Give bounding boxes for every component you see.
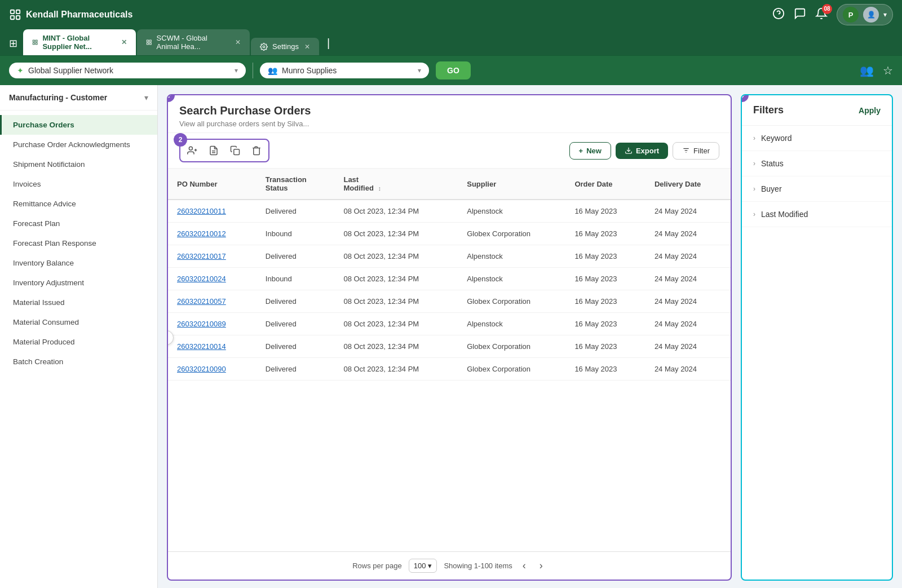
po-link[interactable]: 260320210024 bbox=[177, 275, 226, 283]
help-icon[interactable] bbox=[772, 7, 785, 23]
sidebar-item-forecast-plan-response[interactable]: Forecast Plan Response bbox=[0, 233, 157, 253]
new-button[interactable]: + New bbox=[569, 142, 611, 160]
col-order-date[interactable]: Order Date bbox=[565, 169, 645, 200]
table-row[interactable]: 260320210011 Delivered 08 Oct 2023, 12:3… bbox=[168, 200, 731, 223]
cell-modified: 08 Oct 2023, 12:34 PM bbox=[334, 200, 458, 223]
po-link[interactable]: 260320210089 bbox=[177, 320, 226, 328]
go-button[interactable]: GO bbox=[436, 61, 471, 79]
col-po-number[interactable]: PO Number bbox=[168, 169, 257, 200]
document-icon-button[interactable] bbox=[204, 142, 223, 159]
tab-settings[interactable]: Settings ✕ bbox=[251, 38, 319, 55]
tab-add-button[interactable]: | bbox=[320, 32, 337, 55]
po-link[interactable]: 260320210017 bbox=[177, 252, 226, 260]
filter-item-status[interactable]: › Status bbox=[742, 151, 892, 176]
sidebar-item-remittance-advice[interactable]: Remittance Advice bbox=[0, 194, 157, 214]
col-supplier[interactable]: Supplier bbox=[458, 169, 565, 200]
table-row[interactable]: 260320210024 Inbound 08 Oct 2023, 12:34 … bbox=[168, 268, 731, 290]
top-bar: Kendall Pharmaceuticals 08 P 👤 ▾ bbox=[0, 0, 902, 29]
po-link[interactable]: 260320210057 bbox=[177, 297, 226, 306]
po-link[interactable]: 260320210014 bbox=[177, 342, 226, 351]
add-user-button[interactable] bbox=[183, 142, 202, 159]
cell-po-number[interactable]: 260320210012 bbox=[168, 223, 257, 245]
favorites-icon[interactable]: ☆ bbox=[883, 64, 893, 77]
showing-text: Showing 1-100 items bbox=[444, 562, 512, 570]
cell-order-date: 16 May 2023 bbox=[565, 200, 645, 223]
cell-order-date: 16 May 2023 bbox=[565, 223, 645, 245]
tab-settings-close[interactable]: ✕ bbox=[304, 43, 310, 51]
cell-order-date: 16 May 2023 bbox=[565, 245, 645, 268]
table-row[interactable]: 260320210057 Delivered 08 Oct 2023, 12:3… bbox=[168, 290, 731, 313]
table-row[interactable]: 260320210090 Delivered 08 Oct 2023, 12:3… bbox=[168, 358, 731, 381]
copy-button[interactable] bbox=[226, 142, 245, 159]
sidebar-item-purchase-orders-label: Purchase Orders bbox=[13, 121, 74, 129]
next-page-button[interactable]: › bbox=[536, 559, 546, 573]
sidebar-item-invoices[interactable]: Invoices bbox=[0, 174, 157, 194]
tab-mint[interactable]: MINT - Global Supplier Net... ✕ bbox=[23, 29, 136, 55]
people-icon[interactable]: 👥 bbox=[860, 64, 874, 77]
svg-rect-7 bbox=[36, 40, 37, 42]
sidebar-item-shipment-notification[interactable]: Shipment Notifictaion bbox=[0, 154, 157, 174]
col-last-modified[interactable]: LastModified ↕ bbox=[334, 169, 458, 200]
tab-mint-close[interactable]: ✕ bbox=[121, 38, 127, 46]
cell-po-number[interactable]: 260320210024 bbox=[168, 268, 257, 290]
filter-item-last-modified[interactable]: › Last Modified bbox=[742, 202, 892, 227]
table-row[interactable]: 260320210089 Delivered 08 Oct 2023, 12:3… bbox=[168, 313, 731, 335]
tab-scwm-close[interactable]: ✕ bbox=[235, 38, 241, 46]
sidebar-item-material-produced[interactable]: Material Produced bbox=[0, 332, 157, 352]
app-logo: Kendall Pharmaceuticals bbox=[9, 8, 132, 21]
sidebar-item-material-issued[interactable]: Material Issued bbox=[0, 293, 157, 312]
po-link[interactable]: 260320210090 bbox=[177, 365, 226, 373]
filter-button[interactable]: Filter bbox=[673, 142, 719, 160]
cell-delivery-date: 24 May 2024 bbox=[645, 268, 731, 290]
svg-point-15 bbox=[189, 147, 192, 150]
po-link[interactable]: 260320210012 bbox=[177, 229, 226, 238]
network-search-value: Global Supplier Network bbox=[28, 66, 230, 75]
cell-status: Delivered bbox=[257, 200, 335, 223]
user-menu[interactable]: P 👤 ▾ bbox=[837, 4, 893, 25]
prev-page-button[interactable]: ‹ bbox=[519, 559, 529, 573]
cell-modified: 08 Oct 2023, 12:34 PM bbox=[334, 290, 458, 313]
notification-badge: 08 bbox=[822, 4, 832, 14]
sidebar-item-batch-creation[interactable]: Batch Creation bbox=[0, 352, 157, 372]
sidebar-group-chevron[interactable]: ▾ bbox=[144, 93, 148, 102]
rows-per-page-chevron: ▾ bbox=[428, 562, 432, 570]
cell-po-number[interactable]: 260320210011 bbox=[168, 200, 257, 223]
svg-rect-11 bbox=[149, 40, 151, 42]
table-row[interactable]: 260320210012 Inbound 08 Oct 2023, 12:34 … bbox=[168, 223, 731, 245]
new-button-label: New bbox=[586, 147, 602, 155]
user-menu-chevron: ▾ bbox=[883, 11, 887, 19]
network-search-field[interactable]: ✦ Global Supplier Network ▾ bbox=[9, 63, 246, 78]
search-divider bbox=[253, 63, 253, 78]
delete-button[interactable] bbox=[247, 142, 266, 159]
notification-icon[interactable]: 08 bbox=[815, 7, 828, 23]
buyer-chevron: › bbox=[753, 185, 755, 193]
app-logo-icon bbox=[9, 8, 21, 21]
table-row[interactable]: 260320210014 Delivered 08 Oct 2023, 12:3… bbox=[168, 335, 731, 358]
apply-button[interactable]: Apply bbox=[859, 106, 881, 115]
sidebar-item-inventory-balance[interactable]: Inventory Balance bbox=[0, 253, 157, 273]
apps-grid-icon[interactable]: ⊞ bbox=[9, 37, 17, 55]
filter-item-buyer[interactable]: › Buyer bbox=[742, 176, 892, 202]
col-delivery-date[interactable]: Delivery Date bbox=[645, 169, 731, 200]
rows-per-page-select[interactable]: 100 ▾ bbox=[409, 559, 437, 573]
po-link[interactable]: 260320210011 bbox=[177, 207, 226, 215]
sidebar-item-po-acknowledgments[interactable]: Purchase Order Acknowledgments bbox=[0, 135, 157, 154]
sidebar-item-inventory-adjustment[interactable]: Inventory Adjustment bbox=[0, 273, 157, 293]
cell-po-number[interactable]: 260320210089 bbox=[168, 313, 257, 335]
col-transaction-status[interactable]: TransactionStatus bbox=[257, 169, 335, 200]
tab-scwm[interactable]: SCWM - Global Animal Hea... ✕ bbox=[137, 29, 250, 55]
sidebar-item-material-consumed[interactable]: Material Consumed bbox=[0, 312, 157, 332]
filter-item-keyword[interactable]: › Keyword bbox=[742, 126, 892, 151]
cell-po-number[interactable]: 260320210090 bbox=[168, 358, 257, 381]
chat-icon[interactable] bbox=[794, 7, 806, 23]
cell-po-number[interactable]: 260320210014 bbox=[168, 335, 257, 358]
export-button[interactable]: Export bbox=[616, 143, 668, 159]
sidebar-item-forecast-plan[interactable]: Forecast Plan bbox=[0, 214, 157, 233]
cell-po-number[interactable]: 260320210017 bbox=[168, 245, 257, 268]
cell-delivery-date: 24 May 2024 bbox=[645, 245, 731, 268]
new-button-plus: + bbox=[579, 147, 583, 155]
table-row[interactable]: 260320210017 Delivered 08 Oct 2023, 12:3… bbox=[168, 245, 731, 268]
cell-po-number[interactable]: 260320210057 bbox=[168, 290, 257, 313]
supplier-search-field[interactable]: 👥 Munro Supplies ▾ bbox=[260, 63, 429, 78]
sidebar-item-purchase-orders[interactable]: Purchase Orders bbox=[0, 115, 157, 135]
